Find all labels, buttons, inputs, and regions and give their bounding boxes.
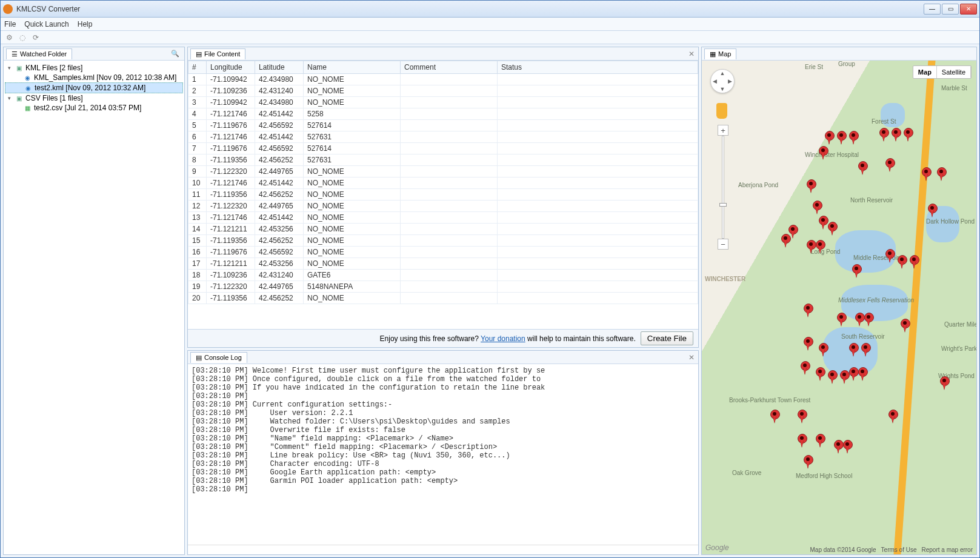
map-marker[interactable] (819, 146, 827, 161)
map-marker[interactable] (828, 222, 836, 236)
map-marker[interactable] (843, 440, 852, 454)
console-output[interactable]: [03:28:10 PM] Welcome! First time user m… (188, 364, 698, 545)
minimize-button[interactable]: — (924, 4, 941, 15)
map-marker[interactable] (837, 313, 845, 327)
table-row[interactable]: 7-71.11967642.456592527614 (188, 143, 698, 154)
pan-right-icon[interactable]: ▶ (726, 78, 734, 85)
map-marker[interactable] (928, 204, 936, 218)
map-marker[interactable] (770, 410, 779, 424)
map-marker[interactable] (837, 131, 845, 145)
map-marker[interactable] (798, 410, 806, 424)
map-marker[interactable] (849, 131, 858, 145)
map-marker[interactable] (804, 455, 812, 470)
watched-folder-tab[interactable]: ☰ Watched Folder (6, 48, 72, 59)
map-marker[interactable] (834, 440, 842, 454)
map-terms-link[interactable]: Terms of Use (881, 546, 917, 553)
col-latitude[interactable]: Latitude (255, 61, 304, 74)
console-log-tab[interactable]: ▤ Console Log (190, 352, 247, 363)
kml-file-2[interactable]: ◉ test2.kml [Nov 09, 2012 10:32 AM] (5, 82, 183, 93)
map-marker[interactable] (804, 337, 812, 351)
map-marker[interactable] (937, 167, 945, 182)
map-marker[interactable] (804, 304, 812, 318)
streetview-pegman-icon[interactable] (716, 103, 727, 119)
donation-link[interactable]: Your donation (481, 334, 525, 343)
maximize-button[interactable]: ▭ (942, 4, 959, 15)
pan-left-icon[interactable]: ◀ (711, 78, 719, 85)
map-marker[interactable] (798, 434, 806, 448)
search-icon[interactable]: 🔍 (168, 50, 182, 58)
map-marker[interactable] (901, 319, 909, 333)
close-button[interactable]: ✕ (960, 4, 977, 15)
col-status[interactable]: Status (498, 61, 698, 74)
map-marker[interactable] (879, 128, 888, 142)
panel-options-icon[interactable]: ✕ (687, 50, 696, 58)
col-longitude[interactable]: Longitude (207, 61, 255, 74)
expand-arrow-icon[interactable]: ▾ (6, 95, 12, 101)
map-type-toggle[interactable]: Map Satellite (913, 65, 972, 79)
pan-down-icon[interactable]: ▼ (719, 85, 727, 93)
map-marker[interactable] (825, 131, 833, 145)
table-row[interactable]: 16-71.11967642.456592NO_NOME (188, 247, 698, 258)
map-marker[interactable] (781, 234, 790, 248)
csv-group[interactable]: ▾ ▣ CSV Files [1 files] (5, 93, 183, 103)
map-marker[interactable] (922, 167, 930, 182)
menu-help[interactable]: Help (78, 20, 93, 28)
map-marker[interactable] (819, 216, 827, 230)
map-tab[interactable]: ▦ Map (704, 48, 736, 59)
expand-arrow-icon[interactable]: ▾ (6, 65, 12, 71)
col-comment[interactable]: Comment (401, 61, 498, 74)
map-marker[interactable] (816, 240, 824, 254)
table-row[interactable]: 8-71.11935642.456252527631 (188, 154, 698, 166)
file-content-tab[interactable]: ▤ File Content (190, 48, 245, 59)
map-type-satellite[interactable]: Satellite (937, 66, 971, 78)
map-marker[interactable] (840, 370, 848, 385)
map-marker[interactable] (910, 255, 918, 270)
zoom-thumb[interactable] (719, 203, 727, 207)
zoom-in-button[interactable]: + (718, 125, 728, 136)
table-row[interactable]: 15-71.11935642.456252NO_NOME (188, 235, 698, 247)
refresh-icon[interactable]: ⟳ (31, 33, 41, 42)
map-marker[interactable] (828, 370, 836, 385)
table-row[interactable]: 14-71.12121142.453256NO_NOME (188, 224, 698, 235)
table-row[interactable]: 17-71.12121142.453256NO_NOME (188, 258, 698, 270)
map-marker[interactable] (885, 249, 894, 264)
menu-file[interactable]: File (4, 20, 16, 28)
table-row[interactable]: 5-71.11967642.456592527614 (188, 120, 698, 131)
map-type-map[interactable]: Map (913, 66, 937, 78)
map-marker[interactable] (813, 201, 821, 215)
map-marker[interactable] (885, 158, 894, 173)
col-number[interactable]: # (188, 61, 207, 74)
map-report-link[interactable]: Report a map error (922, 546, 973, 553)
map-marker[interactable] (807, 179, 815, 194)
table-row[interactable]: 19-71.12232042.4497655148NANEPA (188, 281, 698, 293)
map-marker[interactable] (849, 367, 858, 382)
table-row[interactable]: 6-71.12174642.451442527631 (188, 131, 698, 143)
table-row[interactable]: 20-71.11935642.456252NO_NOME (188, 293, 698, 304)
map-marker[interactable] (816, 367, 824, 382)
zoom-slider[interactable] (722, 136, 724, 239)
table-row[interactable]: 11-71.11935642.456252NO_NOME (188, 189, 698, 201)
menu-quick-launch[interactable]: Quick Launch (24, 20, 68, 28)
map-marker[interactable] (819, 343, 827, 357)
map-marker[interactable] (858, 367, 867, 382)
table-row[interactable]: 10-71.12174642.451442NO_NOME (188, 178, 698, 189)
map-canvas[interactable]: Winchester Hospital North Reservoir Midd… (702, 61, 976, 554)
map-marker[interactable] (892, 128, 900, 142)
map-marker[interactable] (898, 255, 906, 270)
pan-control[interactable]: ▲ ◀▶ ▼ (710, 69, 735, 93)
map-marker[interactable] (801, 361, 809, 376)
map-marker[interactable] (858, 161, 867, 176)
kml-group[interactable]: ▾ ▣ KML Files [2 files] (5, 63, 183, 73)
map-marker[interactable] (852, 264, 861, 279)
map-marker[interactable] (940, 376, 948, 391)
table-row[interactable]: 1-71.10994242.434980NO_NOME (188, 74, 698, 85)
map-marker[interactable] (864, 313, 873, 327)
table-row[interactable]: 13-71.12174642.451442NO_NOME (188, 212, 698, 224)
zoom-out-button[interactable]: − (718, 239, 728, 250)
map-marker[interactable] (807, 240, 815, 254)
create-file-button[interactable]: Create File (641, 331, 693, 345)
table-row[interactable]: 3-71.10994242.434980NO_NOME (188, 97, 698, 108)
data-table-scroll[interactable]: # Longitude Latitude Name Comment Status… (188, 61, 698, 329)
gears-icon[interactable]: ⚙ (4, 33, 14, 42)
table-row[interactable]: 12-71.12232042.449765NO_NOME (188, 201, 698, 212)
